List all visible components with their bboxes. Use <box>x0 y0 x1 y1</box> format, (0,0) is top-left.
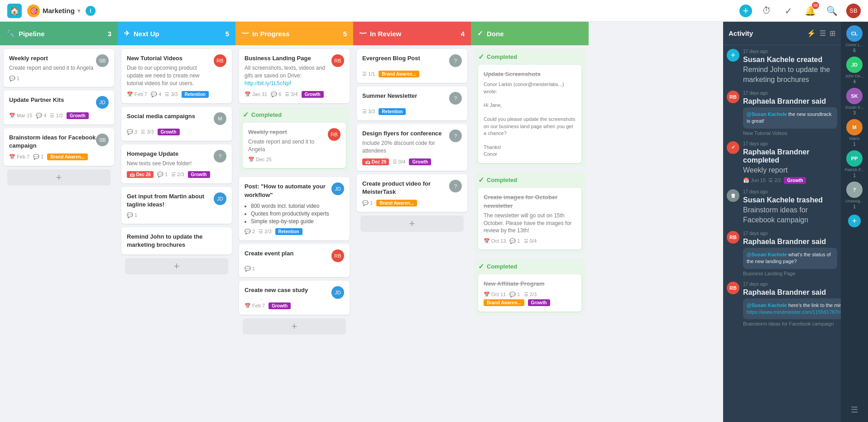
column-inreview: 〰 In Review 4 Evergreen Blog Post ? ☰ 1/… <box>353 22 471 422</box>
avatar-name-patrick: Patrick P... <box>845 168 864 172</box>
card-desc: Include 20% discount code for attendees <box>362 139 449 155</box>
task-item: ☰ 2/3 <box>171 172 184 177</box>
add-activity-btn[interactable]: + <box>727 49 739 62</box>
avatar-name-unassigned: Unassig... <box>845 199 863 203</box>
task-item: ☰ 0/4 <box>524 238 537 244</box>
avatar-conor[interactable]: CL <box>846 25 863 42</box>
card-desc: The newsletter will go out on 15th Octob… <box>484 212 576 235</box>
card-design-flyers[interactable]: Design flyers for conference Include 20%… <box>357 124 467 171</box>
card-social-media[interactable]: Social media campaigns M 💬 3 ☰ 3/3 Growt… <box>121 107 232 141</box>
activity-panel: Activity ⚡ ☰ ⊞ + 17 days ago Susan Kache… <box>723 22 841 422</box>
avatar-item-john: JD John De... 4 <box>845 57 863 84</box>
card-title: Create product video for MeisterTask <box>362 180 449 196</box>
card-title: Social media campaigns <box>127 112 195 120</box>
nextup-label: Next Up <box>134 30 159 38</box>
card-weekly-report-done[interactable]: Weekly report Create report and send it … <box>243 123 346 168</box>
activity-project: New Tutorial Videos <box>743 130 837 136</box>
activity-time: 17 days ago <box>743 141 837 146</box>
card-martin-tagline[interactable]: Get input from Martin about tagline idea… <box>121 187 232 224</box>
card-update-screenshots[interactable]: Update Screenshots Conor Larkin (conor@m… <box>478 65 581 163</box>
card-title: New Tutorial Videos <box>127 54 214 62</box>
activity-item-6: RB 17 days ago Raphaela Brandner said @S… <box>727 282 837 327</box>
home-icon[interactable]: 🏠 <box>7 4 22 18</box>
date-item: 📅 Mar 15 <box>9 113 32 119</box>
tag-brand: Brand Awaren... <box>47 153 88 160</box>
comment-item: 💬 1 <box>509 292 520 297</box>
top-nav: 🏠 🎯 Marketing ▾ i + ⏱ ✓ 🔔 38 🔍 SB <box>0 0 868 22</box>
card-update-partner-kits[interactable]: Update Partner Kits JD 📅 Mar 15 💬 4 ☰ 1/… <box>4 91 114 125</box>
date-item: 📅 Oct 11 <box>484 292 506 297</box>
check-icon[interactable]: ✓ <box>781 4 796 18</box>
user-avatar[interactable]: SB <box>846 4 861 18</box>
add-pipeline-card[interactable]: + <box>7 169 110 186</box>
card-evergreen-blog[interactable]: Evergreen Blog Post ? ☰ 1/1 Brand Awaren… <box>357 49 467 83</box>
card-title: Create new case study <box>245 286 308 294</box>
avatar-mario[interactable]: M <box>846 119 863 135</box>
mindmeister-link[interactable]: https://www.mindmeister.com/115561787t=2… <box>747 309 841 315</box>
tag-growth: Growth <box>188 171 210 178</box>
search-icon[interactable]: 🔍 <box>825 4 839 18</box>
tag-growth: Growth <box>158 129 180 135</box>
bell-icon[interactable]: 🔔 38 <box>803 4 817 18</box>
activity-time: 17 days ago <box>743 91 837 96</box>
add-member-button[interactable]: + <box>848 215 861 227</box>
card-october-newsletter[interactable]: Create images for October newsletter The… <box>478 188 581 249</box>
panel-menu-icon[interactable]: ☰ <box>851 405 858 418</box>
add-nextup-card[interactable]: + <box>125 258 228 274</box>
activity-content-1: 17 days ago Susan Kachele created Remind… <box>743 49 837 85</box>
bullet-item: 800 words incl. tutorial video <box>251 203 344 209</box>
avatar-patrick[interactable]: PP <box>846 150 863 167</box>
inprogress-body: Business Landing Page All screenshots, t… <box>235 45 353 422</box>
activity-avatar: ✓ <box>727 141 739 154</box>
card-case-study[interactable]: Create new case study JD 📅 Feb 7 Growth <box>239 281 350 315</box>
activity-grid-icon[interactable]: ⊞ <box>830 29 835 38</box>
card-summer-newsletter[interactable]: Summer Newsletter ? ☰ 3/3 Retention <box>357 86 467 120</box>
pipeline-icon: 🔧 <box>6 29 15 38</box>
avatar-count-susan: 3 <box>853 110 856 115</box>
card-homepage-update[interactable]: Homepage Update New texts see Drive fold… <box>121 144 232 183</box>
inprogress-label: In Progress <box>252 30 290 38</box>
card-meta: 📅 Feb 7 Growth <box>245 302 344 309</box>
avatar-john[interactable]: JD <box>846 57 863 73</box>
activity-body: + 17 days ago Susan Kachele created Remi… <box>723 45 841 422</box>
comment-icon: 💬 <box>9 76 15 82</box>
comment-item: 💬 1 <box>245 266 255 272</box>
card-remind-john[interactable]: Remind John to update the marketing broc… <box>121 227 232 254</box>
card-title: Update Screenshots <box>484 70 576 78</box>
avatar-item-mario: M Mario 1 <box>846 119 863 147</box>
activity-avatar: RB <box>727 91 739 103</box>
card-product-video[interactable]: Create product video for MeisterTask ? 💬… <box>357 174 467 212</box>
avatar-susan[interactable]: SK <box>846 88 863 104</box>
inreview-body: Evergreen Blog Post ? ☰ 1/1 Brand Awaren… <box>353 45 471 422</box>
card-avatar: ? <box>214 150 226 163</box>
timer-icon[interactable]: ⏱ <box>759 4 774 18</box>
avatar-unassigned[interactable]: ? <box>846 182 863 198</box>
activity-filter-icon[interactable]: ☰ <box>820 29 826 38</box>
date-item: 📅 Dec 25 <box>248 157 272 163</box>
card-meta: 📅 Feb 7 💬 4 ☰ 3/3 Retention <box>127 91 226 98</box>
add-inprogress-card[interactable]: + <box>243 318 346 335</box>
add-inreview-card[interactable]: + <box>360 216 464 232</box>
info-icon[interactable]: i <box>86 6 96 16</box>
activity-header-icons: ⚡ ☰ ⊞ <box>807 29 835 38</box>
card-event-plan[interactable]: Create event plan RB 💬 1 <box>239 244 350 277</box>
activity-user: Raphaela Brandner said <box>743 288 841 297</box>
add-button[interactable]: + <box>739 5 752 17</box>
card-automate-workflow[interactable]: Post: "How to automate your workflow" JD… <box>239 177 350 240</box>
card-affiliate-program[interactable]: New Affiliate Program 📅 Oct 11 💬 1 ☰ 2/3… <box>478 274 581 312</box>
project-icon: 🎯 <box>27 5 40 17</box>
card-business-landing[interactable]: Business Landing Page All screenshots, t… <box>239 49 350 103</box>
activity-pulse-icon[interactable]: ⚡ <box>807 29 816 38</box>
check-icon: ✓ <box>478 262 484 271</box>
project-selector[interactable]: 🎯 Marketing ▾ <box>27 5 80 17</box>
card-tutorial-videos[interactable]: New Tutorial Videos Due to our upcoming … <box>121 49 232 103</box>
activity-time: 17 days ago <box>743 189 837 194</box>
card-avatar: RB <box>331 249 344 262</box>
drive-link[interactable]: http://bit.ly/1L5cNpf <box>245 80 291 86</box>
avatar-item-unassigned: ? Unassig... 1 <box>845 182 863 209</box>
completed-label: Completed <box>251 111 282 118</box>
main-container: 🔧 Pipeline 3 Weekly report Create report… <box>0 22 868 422</box>
card-meta: 📅 Dec 29 ☰ 0/4 Growth <box>362 158 462 165</box>
card-brainstorm-facebook[interactable]: Brainstorm ideas for Facebook campaign S… <box>4 128 114 166</box>
card-weekly-report[interactable]: Weekly report Create report and send it … <box>4 49 114 87</box>
